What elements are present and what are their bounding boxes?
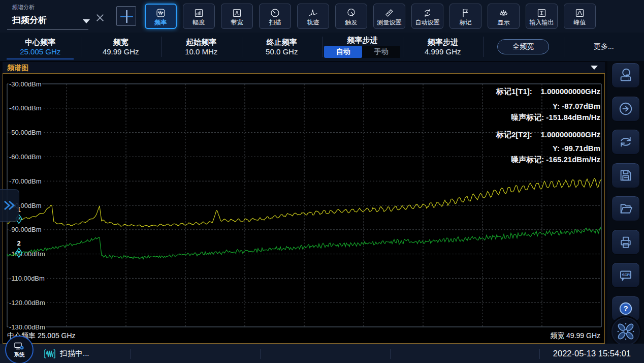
marker-readout-line: Y: -87.07dBm: [553, 102, 600, 112]
spectrum-panel-header: 频谱图: [3, 62, 605, 73]
open-folder-icon: [618, 201, 633, 216]
marker-2[interactable]: 2: [16, 239, 22, 257]
toolbar-button-label: 扫描: [269, 19, 281, 25]
sweep-gauge-icon: [270, 8, 280, 18]
full-span-button[interactable]: 全频宽: [497, 39, 549, 54]
io-icon: [536, 8, 547, 18]
corner-nav-button[interactable]: [611, 317, 640, 346]
marker-readout-line: 噪声标记: -165.21dBm/Hz: [511, 155, 600, 165]
toolbar-button-trace-peak[interactable]: 轨迹: [297, 4, 329, 29]
continuous-sweep-icon: [618, 134, 633, 149]
toolbar-button-freq-wave[interactable]: 频率: [145, 4, 177, 29]
sidebar-button-continue-arrow[interactable]: [611, 96, 640, 122]
setting-value: 4.999 GHz: [425, 48, 461, 55]
peak-icon: [574, 8, 585, 18]
y-axis-tick-label: -40.00dBm: [9, 104, 42, 112]
status-divider: [130, 349, 131, 359]
setting-stop-frequency[interactable]: 终止频率 50.0 GHz: [242, 33, 323, 61]
setting-frequency-step[interactable]: 频率步进 4.999 GHz: [403, 33, 484, 61]
quick-actions-sidebar: SCPI?: [607, 61, 644, 344]
chart-title: 频谱图: [7, 64, 28, 73]
sweep-status: 扫描中...: [44, 344, 89, 363]
spectrum-analyzer-app: 频谱分析 扫频分析 频率幅度带宽扫描轨迹触发测量设置自动设置标记显示输入输出峰值…: [0, 0, 644, 363]
setting-frequency-step-mode: 频率步进 自动 手动: [322, 33, 403, 61]
system-button-label: 系统: [14, 352, 25, 357]
print-icon: [618, 234, 633, 250]
sidebar-button-scpi[interactable]: SCPI: [611, 262, 640, 288]
sidebar-button-open-folder[interactable]: [611, 196, 640, 221]
setting-label: 中心频率: [25, 38, 55, 46]
setting-value: 50.0 GHz: [266, 48, 298, 55]
status-bar: 系统 扫描中... 2022-05-13 15:54:01: [0, 344, 644, 363]
system-button[interactable]: 系统: [5, 336, 34, 363]
bandwidth-icon: [232, 8, 242, 18]
tab-dropdown-caret-icon[interactable]: [83, 19, 90, 23]
svg-text:?: ?: [623, 304, 628, 313]
sidebar-button-preset[interactable]: [611, 63, 640, 88]
toolbar-button-label: 峰值: [574, 19, 586, 25]
setting-start-frequency[interactable]: 起始频率 10.0 MHz: [161, 33, 242, 61]
plot-span-label: 频宽 49.99 GHz: [550, 331, 600, 341]
setting-span[interactable]: 频宽 49.99 GHz: [81, 33, 162, 61]
sidebar-button-save[interactable]: [611, 163, 640, 188]
tab-close-icon[interactable]: [94, 12, 106, 23]
clock: 2022-05-13 15:54:01: [553, 344, 631, 363]
expand-handle[interactable]: [0, 189, 19, 222]
preset-icon: [618, 68, 633, 83]
freq-wave-icon: [155, 8, 166, 18]
setting-label: 频率步进: [347, 36, 377, 44]
toolbar-button-trigger[interactable]: 触发: [335, 4, 367, 29]
toolbar-button-label: 自动设置: [415, 19, 440, 25]
toolbar-button-measure-setup[interactable]: 测量设置: [373, 4, 405, 29]
setting-label: 终止频率: [267, 38, 297, 46]
status-divider: [539, 349, 540, 359]
spectrum-plot-area: -30.00dBm-40.00dBm-50.00dBm-60.00dBm-70.…: [3, 73, 605, 344]
toolbar-button-amplitude-bars[interactable]: 幅度: [183, 4, 215, 29]
toolbar-button-label: 带宽: [231, 19, 243, 25]
toolbar-button-label: 测量设置: [377, 19, 402, 25]
setting-label: 频宽: [113, 38, 128, 46]
toolbar-button-bandwidth[interactable]: 带宽: [221, 4, 253, 29]
setting-value: 10.0 MHz: [185, 48, 217, 55]
setting-label: 起始频率: [186, 38, 216, 46]
toolbar-button-io[interactable]: 输入输出: [526, 4, 558, 29]
toolbar-button-auto-setup[interactable]: 自动设置: [411, 4, 443, 29]
tab-title: 扫频分析: [12, 14, 47, 26]
spectrum-plot: -30.00dBm-40.00dBm-50.00dBm-60.00dBm-70.…: [3, 74, 604, 329]
y-axis-tick-label: -60.00dBm: [9, 153, 42, 161]
toolbar-button-label: 标记: [460, 19, 472, 25]
help-icon: ?: [618, 301, 633, 316]
sidebar-button-continuous-sweep[interactable]: [611, 129, 640, 155]
continue-arrow-icon: [618, 101, 633, 116]
toolbar-button-display-eye[interactable]: 显示: [488, 4, 520, 29]
y-axis-tick-label: -70.00dBm: [9, 177, 42, 185]
display-eye-icon: [498, 8, 509, 18]
y-axis-tick-label: -50.00dBm: [9, 129, 42, 136]
freq-step-mode-toggle: 自动 手动: [324, 46, 400, 58]
toolbar-button-label: 频率: [155, 19, 167, 25]
setting-center-frequency[interactable]: 中心频率 25.005 GHz: [0, 33, 81, 61]
toolbar-button-label: 触发: [345, 19, 358, 25]
double-chevron-right-icon: [3, 199, 16, 212]
toggle-option-auto[interactable]: 自动: [324, 46, 362, 58]
toolbar-button-marker-flag[interactable]: 标记: [449, 4, 481, 29]
tab-bar: 频谱分析 扫频分析 频率幅度带宽扫描轨迹触发测量设置自动设置标记显示输入输出峰值: [0, 0, 644, 33]
toggle-option-manual[interactable]: 手动: [362, 46, 400, 58]
panel-collapse-icon[interactable]: [591, 66, 598, 70]
y-axis-tick-label: -110.00dBm: [9, 275, 45, 282]
marker-readout-line: Y: -99.71dBm: [553, 144, 600, 154]
main-area: 频谱图 -30.00dBm-40.00dBm-50.00dBm-60.00dBm…: [0, 61, 644, 344]
sidebar-button-print[interactable]: [611, 229, 640, 255]
y-axis-tick-label: -120.00dBm: [9, 299, 45, 307]
toolbar-button-label: 显示: [498, 19, 510, 25]
measure-setup-icon: [384, 8, 395, 18]
active-field-underline: [7, 58, 74, 59]
toolbar-button-sweep-gauge[interactable]: 扫描: [259, 4, 291, 29]
toolbar-button-peak[interactable]: 峰值: [564, 4, 596, 29]
marker-readout-line: 标记1[T1]: 1.000000000GHz: [496, 87, 600, 97]
status-divider: [390, 349, 391, 359]
add-tab-button[interactable]: [116, 6, 136, 26]
setting-more[interactable]: 更多...: [564, 33, 644, 61]
setting-value: 49.99 GHz: [103, 48, 139, 55]
tab-app-label: 频谱分析: [12, 4, 35, 11]
